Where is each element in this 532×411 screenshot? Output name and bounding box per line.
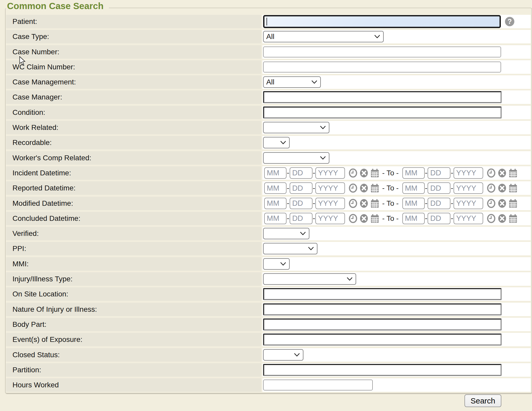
field-label-text: Case Type: bbox=[12, 32, 49, 41]
clock-icon[interactable] bbox=[487, 168, 496, 178]
clear-icon[interactable] bbox=[359, 214, 369, 223]
table-row: PPI: bbox=[6, 242, 531, 255]
table-row: Case Number: bbox=[6, 45, 531, 59]
reported-datetime-from-month-input[interactable] bbox=[264, 182, 287, 194]
date-separator: - bbox=[451, 184, 453, 193]
mmi-label: MMI: bbox=[6, 257, 261, 271]
reported-datetime-from-date-icons bbox=[348, 183, 380, 193]
clear-icon[interactable] bbox=[359, 183, 369, 193]
calendar-icon[interactable] bbox=[508, 168, 518, 178]
workers-comp-related-select[interactable] bbox=[263, 152, 329, 164]
concluded-datetime-to-year-input[interactable] bbox=[454, 213, 483, 224]
case-management-select[interactable]: All bbox=[263, 76, 321, 88]
concluded-datetime-from-year-input[interactable] bbox=[315, 213, 345, 224]
concluded-datetime-from-day-input[interactable] bbox=[290, 213, 312, 224]
reported-datetime-from-day-input[interactable] bbox=[290, 182, 312, 194]
clock-icon[interactable] bbox=[487, 198, 496, 208]
date-separator: - bbox=[313, 214, 315, 223]
incident-datetime-to-year-input[interactable] bbox=[454, 167, 483, 179]
hours-worked-input[interactable] bbox=[263, 380, 373, 390]
modified-datetime-to-year-input[interactable] bbox=[454, 198, 483, 209]
concluded-datetime-to-month-input[interactable] bbox=[402, 213, 425, 224]
calendar-icon[interactable] bbox=[370, 183, 380, 193]
condition-input[interactable] bbox=[263, 107, 502, 118]
chevron-down-icon bbox=[374, 35, 380, 38]
recordable-select[interactable] bbox=[263, 137, 290, 148]
reported-datetime-to-date-icons bbox=[487, 183, 518, 193]
concluded-datetime-from-month-input[interactable] bbox=[264, 213, 287, 224]
incident-datetime-from-day-input[interactable] bbox=[290, 167, 312, 179]
incident-datetime-from-year-input[interactable] bbox=[315, 167, 345, 179]
range-to-label: - To - bbox=[382, 169, 398, 177]
calendar-icon[interactable] bbox=[508, 183, 518, 193]
range-to-label: - To - bbox=[382, 184, 398, 192]
injury-illness-type-select[interactable] bbox=[263, 273, 356, 285]
modified-datetime-to-month-input[interactable] bbox=[402, 198, 425, 209]
verified-label: Verified: bbox=[6, 227, 261, 240]
incident-datetime-from-month-input[interactable] bbox=[264, 167, 287, 179]
work-related-select[interactable] bbox=[263, 122, 329, 133]
clear-icon[interactable] bbox=[359, 168, 369, 178]
calendar-icon[interactable] bbox=[508, 214, 518, 223]
partition-input[interactable] bbox=[263, 364, 502, 376]
field-label-text: Recordable: bbox=[12, 138, 52, 147]
clock-icon[interactable] bbox=[487, 214, 496, 223]
modified-datetime-from-month-input[interactable] bbox=[264, 198, 287, 209]
modified-datetime-from-year-input[interactable] bbox=[315, 198, 345, 209]
calendar-icon[interactable] bbox=[508, 198, 518, 208]
clear-icon[interactable] bbox=[497, 168, 507, 178]
clear-icon[interactable] bbox=[497, 214, 507, 223]
closed-status-select[interactable] bbox=[263, 349, 303, 361]
clock-icon[interactable] bbox=[348, 198, 358, 208]
incident-datetime-to-month-input[interactable] bbox=[402, 167, 425, 179]
reported-datetime-to-month-input[interactable] bbox=[402, 182, 425, 194]
reported-datetime-to-year-input[interactable] bbox=[454, 182, 483, 194]
verified-select[interactable] bbox=[263, 228, 309, 239]
concluded-datetime-field-cell: --- To --- bbox=[262, 212, 531, 225]
incident-datetime-to-date-icons bbox=[487, 168, 518, 178]
clock-icon[interactable] bbox=[348, 214, 358, 223]
modified-datetime-to-day-input[interactable] bbox=[428, 198, 450, 209]
patient-input[interactable] bbox=[263, 15, 501, 28]
field-label-text: Verified: bbox=[12, 229, 39, 238]
table-row: Injury/Illness Type: bbox=[6, 272, 531, 286]
clock-icon[interactable] bbox=[487, 183, 496, 193]
case-type-select[interactable]: All bbox=[263, 31, 384, 42]
date-separator: - bbox=[287, 169, 289, 177]
field-label-text: Case Manager: bbox=[12, 93, 62, 101]
wc-claim-number-input[interactable] bbox=[263, 62, 501, 72]
reported-datetime-label: Reported Datetime: bbox=[6, 181, 261, 195]
table-row: Case Manager: bbox=[6, 90, 531, 104]
incident-datetime-to-day-input[interactable] bbox=[428, 167, 450, 179]
clear-icon[interactable] bbox=[359, 198, 369, 208]
case-number-input[interactable] bbox=[263, 47, 501, 57]
search-button[interactable]: Search bbox=[464, 394, 501, 407]
concluded-datetime-to-day-input[interactable] bbox=[428, 213, 450, 224]
on-site-location-input[interactable] bbox=[263, 288, 502, 300]
ppi-select[interactable] bbox=[263, 243, 317, 254]
table-row: Concluded Datetime:--- To --- bbox=[6, 212, 531, 225]
date-separator: - bbox=[313, 184, 315, 193]
help-icon[interactable]: ? bbox=[505, 17, 514, 26]
date-separator: - bbox=[425, 169, 428, 177]
events-of-exposure-input[interactable] bbox=[263, 334, 502, 346]
clear-icon[interactable] bbox=[497, 183, 507, 193]
field-label-text: On Site Location: bbox=[12, 290, 68, 298]
clear-icon[interactable] bbox=[497, 198, 507, 208]
clock-icon[interactable] bbox=[348, 183, 358, 193]
body-part-input[interactable] bbox=[263, 319, 502, 330]
reported-datetime-from-year-input[interactable] bbox=[315, 182, 345, 194]
clock-icon[interactable] bbox=[348, 168, 358, 178]
calendar-icon[interactable] bbox=[370, 168, 380, 178]
case-number-field-cell bbox=[262, 45, 531, 59]
calendar-icon[interactable] bbox=[370, 198, 380, 208]
modified-datetime-from-day-input[interactable] bbox=[290, 198, 312, 209]
case-manager-input[interactable] bbox=[263, 91, 502, 103]
reported-datetime-to-day-input[interactable] bbox=[428, 182, 450, 194]
injury-illness-type-field-cell bbox=[262, 272, 531, 286]
injury-illness-type-selected-value bbox=[266, 275, 268, 283]
nature-of-injury-or-illness-input[interactable] bbox=[263, 303, 502, 315]
mmi-select[interactable] bbox=[263, 258, 290, 270]
calendar-icon[interactable] bbox=[370, 214, 380, 223]
partition-label: Partition: bbox=[6, 363, 261, 377]
